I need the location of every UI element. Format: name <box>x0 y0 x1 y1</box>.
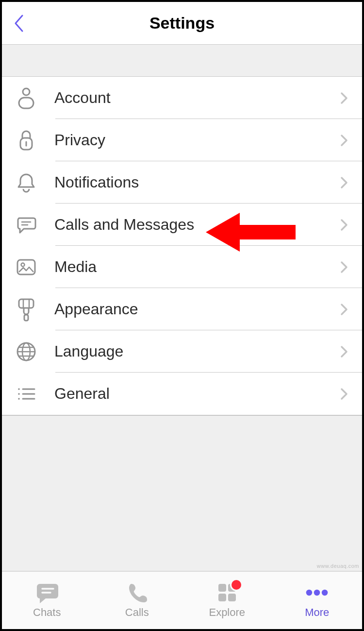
svg-point-17 <box>18 398 20 400</box>
settings-item-label: Calls and Messages <box>54 216 194 234</box>
tab-explore[interactable]: Explore <box>182 572 272 629</box>
person-icon <box>16 87 37 109</box>
svg-point-7 <box>21 263 25 266</box>
settings-item-language[interactable]: Language <box>2 330 362 373</box>
section-gap <box>2 45 362 77</box>
settings-item-label: Appearance <box>54 300 138 318</box>
settings-list: Account Privacy Notifications Calls and … <box>2 77 362 415</box>
phone-icon <box>125 582 149 603</box>
settings-item-label: Language <box>54 342 123 360</box>
settings-item-account[interactable]: Account <box>2 77 362 119</box>
settings-item-label: Account <box>54 89 111 107</box>
chevron-right-icon <box>338 219 350 231</box>
svg-rect-6 <box>17 260 35 274</box>
globe-icon <box>16 341 37 362</box>
chevron-right-icon <box>338 388 350 400</box>
chevron-right-icon <box>338 176 350 189</box>
svg-rect-24 <box>218 584 226 592</box>
chevron-right-icon <box>338 261 350 273</box>
header-bar: Settings <box>2 2 362 45</box>
settings-item-privacy[interactable]: Privacy <box>2 119 362 161</box>
bell-icon <box>16 171 37 194</box>
settings-item-label: Notifications <box>54 173 139 191</box>
settings-item-label: Privacy <box>54 131 105 149</box>
lock-icon <box>16 129 37 152</box>
chat-icon <box>16 215 37 235</box>
more-dots-icon <box>305 582 329 603</box>
back-button[interactable] <box>9 14 28 33</box>
chevron-left-icon <box>13 14 24 33</box>
watermark-text: www.deuaq.com <box>317 563 359 569</box>
tab-bar: Chats Calls Explore More <box>2 571 362 629</box>
settings-item-calls-and-messages[interactable]: Calls and Messages <box>2 204 362 246</box>
svg-rect-11 <box>24 315 28 321</box>
notification-badge-icon <box>230 579 243 591</box>
tab-chats[interactable]: Chats <box>2 572 92 629</box>
tab-label: Calls <box>125 606 149 619</box>
chevron-right-icon <box>338 134 350 147</box>
tab-more[interactable]: More <box>272 572 363 629</box>
svg-point-29 <box>314 590 320 596</box>
tab-label: Explore <box>209 606 245 619</box>
svg-point-28 <box>306 590 313 596</box>
tab-calls[interactable]: Calls <box>92 572 182 629</box>
svg-point-16 <box>18 393 20 395</box>
tab-label: More <box>305 606 329 619</box>
settings-item-general[interactable]: General <box>2 373 362 415</box>
settings-item-appearance[interactable]: Appearance <box>2 288 362 330</box>
svg-point-30 <box>322 590 328 596</box>
svg-rect-8 <box>19 299 33 308</box>
settings-item-notifications[interactable]: Notifications <box>2 161 362 204</box>
page-title: Settings <box>149 14 215 33</box>
chevron-right-icon <box>338 303 350 316</box>
list-icon <box>16 386 37 402</box>
chevron-right-icon <box>338 345 350 358</box>
settings-item-label: Media <box>54 258 97 276</box>
chevron-right-icon <box>338 92 350 104</box>
empty-area <box>2 415 362 571</box>
svg-rect-26 <box>218 594 226 601</box>
settings-item-label: General <box>54 385 110 403</box>
svg-point-0 <box>23 88 30 95</box>
tab-label: Chats <box>33 606 61 619</box>
settings-item-media[interactable]: Media <box>2 246 362 288</box>
brush-icon <box>16 297 37 322</box>
svg-point-15 <box>18 388 20 390</box>
chat-bubble-icon <box>35 582 59 603</box>
picture-icon <box>16 258 37 276</box>
svg-rect-1 <box>19 98 33 108</box>
svg-rect-27 <box>228 594 236 601</box>
